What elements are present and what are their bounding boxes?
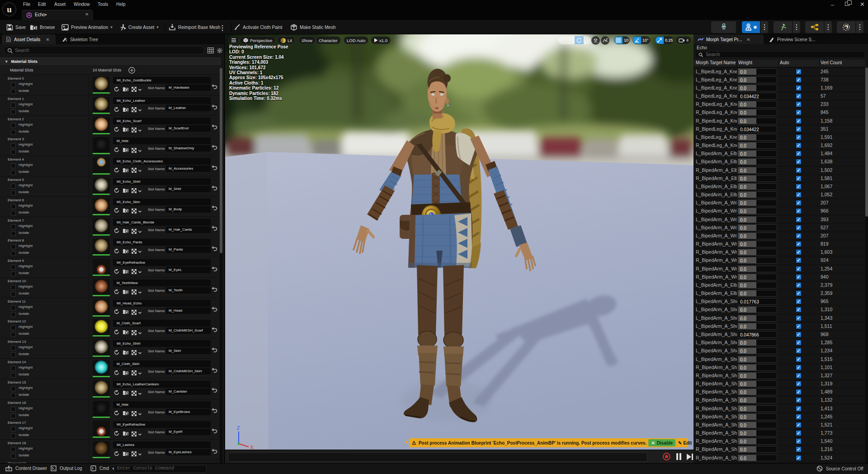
svg-text:X: X bbox=[250, 445, 254, 450]
svg-text:Z: Z bbox=[237, 425, 240, 431]
